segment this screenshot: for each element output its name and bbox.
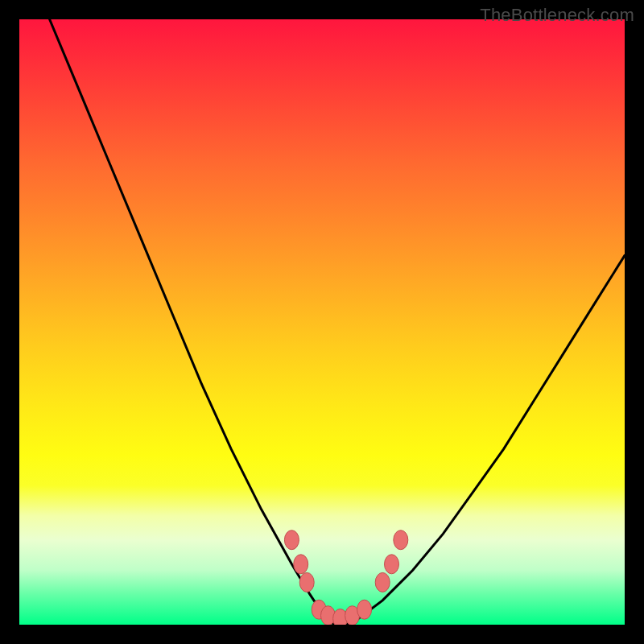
left-lower-marker <box>299 572 314 592</box>
outer-frame: TheBottleneck.com <box>0 0 644 644</box>
chart-svg <box>19 19 625 625</box>
left-upper-marker <box>294 555 308 574</box>
right-upper-marker <box>385 555 399 574</box>
valley-markers <box>284 530 407 625</box>
bottleneck-curve <box>50 19 625 625</box>
right-lower-marker <box>375 572 390 592</box>
left-edge-marker <box>284 530 299 550</box>
watermark-text: TheBottleneck.com <box>480 5 634 26</box>
valley-marker-5 <box>357 600 372 619</box>
right-edge-marker <box>394 530 408 550</box>
plot-area <box>19 19 625 625</box>
